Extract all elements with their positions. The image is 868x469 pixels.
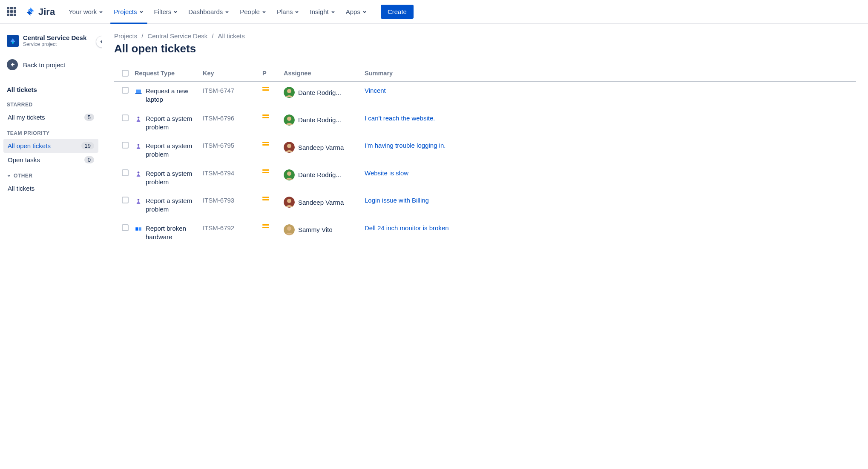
column-assignee[interactable]: Assignee bbox=[284, 70, 365, 77]
summary-link[interactable]: I can't reach the website. bbox=[365, 114, 435, 122]
request-type-text: Request a new laptop bbox=[146, 87, 203, 104]
avatar bbox=[284, 142, 295, 153]
request-type-icon bbox=[135, 114, 142, 124]
nav-your-work[interactable]: Your work bbox=[63, 0, 109, 24]
nav-projects[interactable]: Projects bbox=[109, 0, 149, 24]
ticket-key[interactable]: ITSM-6747 bbox=[203, 87, 234, 94]
svg-point-4 bbox=[287, 89, 291, 93]
request-type-icon bbox=[135, 197, 142, 206]
ticket-key[interactable]: ITSM-6794 bbox=[203, 169, 234, 177]
svg-rect-2 bbox=[135, 93, 142, 94]
priority-medium-icon bbox=[262, 224, 269, 228]
ticket-key[interactable]: ITSM-6796 bbox=[203, 114, 234, 122]
ticket-key[interactable]: ITSM-6792 bbox=[203, 224, 234, 232]
nav-dashboards[interactable]: Dashboards bbox=[183, 0, 235, 24]
chevron-down-icon bbox=[98, 9, 103, 14]
svg-rect-18 bbox=[139, 227, 141, 231]
column-priority[interactable]: P bbox=[262, 70, 284, 77]
request-type-text: Report a system problem bbox=[146, 142, 203, 159]
priority-medium-icon bbox=[262, 142, 269, 146]
ticket-table: Request Type Key P Assignee Summary Requ… bbox=[114, 66, 856, 246]
request-type-text: Report a system problem bbox=[146, 197, 203, 214]
app-switcher-icon[interactable] bbox=[7, 7, 17, 17]
svg-point-13 bbox=[287, 172, 291, 176]
table-row: Report a system problemITSM-6795Sandeep … bbox=[114, 137, 856, 164]
nav-filters[interactable]: Filters bbox=[149, 0, 184, 24]
chevron-down-icon bbox=[262, 9, 267, 14]
column-request-type[interactable]: Request Type bbox=[135, 70, 203, 77]
column-key[interactable]: Key bbox=[203, 70, 262, 77]
back-to-project[interactable]: Back to project bbox=[3, 55, 98, 74]
request-type-text: Report broken hardware bbox=[146, 224, 203, 242]
request-type-icon bbox=[135, 142, 142, 152]
select-all-checkbox[interactable] bbox=[122, 70, 129, 77]
nav-apps[interactable]: Apps bbox=[341, 0, 372, 24]
svg-point-16 bbox=[287, 199, 291, 203]
nav-plans[interactable]: Plans bbox=[272, 0, 305, 24]
ticket-key[interactable]: ITSM-6793 bbox=[203, 197, 234, 204]
project-type: Service project bbox=[23, 41, 86, 47]
row-checkbox[interactable] bbox=[122, 142, 129, 149]
summary-link[interactable]: Vincent bbox=[365, 87, 386, 94]
jira-logo-text: Jira bbox=[38, 6, 55, 17]
chevron-down-icon bbox=[362, 9, 367, 14]
priority-medium-icon bbox=[262, 169, 269, 173]
sidebar-section-other[interactable]: OTHER bbox=[3, 167, 98, 181]
breadcrumb-projects[interactable]: Projects bbox=[114, 32, 137, 40]
summary-link[interactable]: Login issue with Billing bbox=[365, 197, 429, 204]
sidebar-item-open-tasks[interactable]: Open tasks0 bbox=[3, 153, 98, 167]
sidebar-item-all-my-tickets[interactable]: All my tickets5 bbox=[3, 110, 98, 124]
project-header[interactable]: Central Service Desk Service project bbox=[3, 31, 98, 51]
assignee-name: Sammy Vito bbox=[298, 226, 333, 233]
table-row: Report a system problemITSM-6796Dante Ro… bbox=[114, 109, 856, 137]
assignee-name: Dante Rodrig... bbox=[298, 116, 341, 123]
svg-point-14 bbox=[138, 199, 140, 201]
create-button[interactable]: Create bbox=[381, 5, 414, 19]
breadcrumb: Projects/Central Service Desk/All ticket… bbox=[114, 32, 856, 40]
chevron-left-icon bbox=[99, 39, 102, 44]
count-badge: 19 bbox=[81, 142, 94, 149]
svg-point-7 bbox=[287, 117, 291, 121]
summary-link[interactable]: Dell 24 inch monitor is broken bbox=[365, 224, 449, 232]
breadcrumb-central-service-desk[interactable]: Central Service Desk bbox=[147, 32, 207, 40]
priority-medium-icon bbox=[262, 197, 269, 200]
assignee-name: Dante Rodrig... bbox=[298, 89, 341, 96]
request-type-text: Report a system problem bbox=[146, 114, 203, 132]
svg-point-0 bbox=[12, 42, 14, 44]
column-summary[interactable]: Summary bbox=[365, 70, 854, 77]
svg-point-20 bbox=[287, 226, 291, 231]
table-row: Report a system problemITSM-6793Sandeep … bbox=[114, 192, 856, 219]
assignee-name: Dante Rodrig... bbox=[298, 171, 341, 178]
table-row: Report a system problemITSM-6794Dante Ro… bbox=[114, 164, 856, 192]
row-checkbox[interactable] bbox=[122, 169, 129, 176]
all-tickets-heading[interactable]: All tickets bbox=[3, 83, 98, 96]
page-title: All open tickets bbox=[114, 42, 856, 55]
sidebar-item-all-tickets[interactable]: All tickets bbox=[3, 181, 98, 195]
request-type-text: Report a system problem bbox=[146, 169, 203, 187]
row-checkbox[interactable] bbox=[122, 114, 129, 121]
avatar bbox=[284, 197, 295, 208]
row-checkbox[interactable] bbox=[122, 224, 129, 231]
svg-point-5 bbox=[138, 117, 140, 119]
chevron-down-icon bbox=[294, 9, 299, 14]
assignee-name: Sandeep Varma bbox=[298, 199, 344, 206]
request-type-icon bbox=[135, 87, 142, 97]
chevron-down-icon bbox=[331, 9, 336, 14]
avatar bbox=[284, 87, 295, 98]
summary-link[interactable]: I'm having trouble logging in. bbox=[365, 142, 445, 149]
breadcrumb-all-tickets[interactable]: All tickets bbox=[218, 32, 244, 40]
chevron-down-icon bbox=[7, 174, 11, 178]
sidebar: Central Service Desk Service project Bac… bbox=[0, 24, 102, 469]
ticket-key[interactable]: ITSM-6795 bbox=[203, 142, 234, 149]
assignee-name: Sandeep Varma bbox=[298, 144, 344, 151]
chevron-down-icon bbox=[224, 9, 230, 14]
jira-logo[interactable]: Jira bbox=[26, 6, 55, 17]
row-checkbox[interactable] bbox=[122, 197, 129, 203]
row-checkbox[interactable] bbox=[122, 87, 129, 94]
table-row: Request a new laptopITSM-6747Dante Rodri… bbox=[114, 82, 856, 109]
avatar bbox=[284, 224, 295, 235]
nav-insight[interactable]: Insight bbox=[305, 0, 340, 24]
summary-link[interactable]: Website is slow bbox=[365, 169, 408, 177]
nav-people[interactable]: People bbox=[235, 0, 272, 24]
sidebar-item-all-open-tickets[interactable]: All open tickets19 bbox=[3, 139, 98, 153]
